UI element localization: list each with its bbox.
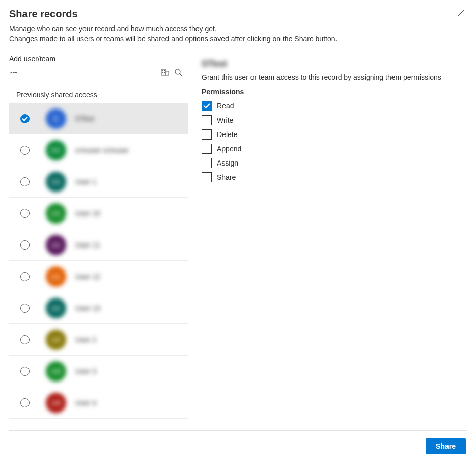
list-item-name: User 13 [75, 304, 100, 312]
avatar: CC [46, 140, 66, 160]
radio-icon[interactable] [20, 272, 30, 281]
list-item-name: User 3 [75, 367, 96, 375]
avatar: C [46, 108, 66, 129]
avatar: U2 [46, 330, 66, 350]
shared-access-list[interactable]: COTestCCcrmuser crmuserU1User 1U1User 10… [9, 103, 191, 430]
permissions-instruction: Grant this user or team access to this r… [202, 73, 463, 81]
left-column: Add user/team --- Previously shared acce… [9, 50, 191, 430]
radio-icon[interactable] [20, 304, 30, 313]
checkbox-append[interactable] [202, 144, 212, 154]
permission-label: Delete [217, 130, 237, 139]
list-item[interactable]: U1User 13 [9, 292, 188, 324]
checkbox-write[interactable] [202, 115, 212, 125]
permission-label: Append [217, 145, 241, 153]
search-icon[interactable] [174, 68, 183, 77]
svg-rect-3 [164, 70, 165, 71]
permission-label: Write [217, 116, 233, 124]
permission-row-read: Read [202, 101, 463, 111]
svg-rect-1 [166, 71, 169, 75]
list-item[interactable]: U1User 11 [9, 229, 188, 261]
list-item-name: User 2 [75, 336, 96, 344]
permissions-label: Permissions [202, 88, 463, 96]
radio-icon[interactable] [20, 367, 30, 376]
radio-icon[interactable] [20, 209, 30, 218]
radio-icon[interactable] [20, 335, 30, 344]
list-item[interactable]: COTest [9, 103, 188, 134]
avatar: U4 [46, 393, 66, 413]
right-column: OTest Grant this user or team access to … [191, 50, 467, 430]
avatar: U1 [46, 203, 66, 224]
share-records-dialog: Share records Manage who can see your re… [0, 0, 476, 463]
list-item-name: User 11 [75, 241, 100, 249]
permission-label: Assign [217, 159, 238, 167]
list-item-name: User 1 [75, 178, 96, 186]
checkbox-assign[interactable] [202, 158, 212, 168]
close-button[interactable] [456, 7, 467, 20]
svg-point-6 [175, 69, 180, 74]
permission-row-share: Share [202, 172, 463, 182]
permission-row-delete: Delete [202, 129, 463, 140]
radio-icon[interactable] [20, 240, 30, 250]
svg-rect-2 [162, 70, 163, 71]
svg-rect-5 [164, 72, 165, 73]
list-item-name: User 12 [75, 273, 100, 281]
permission-row-write: Write [202, 115, 463, 125]
svg-rect-4 [162, 72, 163, 73]
radio-icon[interactable] [20, 177, 30, 186]
description-line-1: Manage who can see your record and how m… [9, 24, 467, 34]
checkbox-read[interactable] [202, 101, 212, 111]
list-item[interactable]: U1User 10 [9, 198, 188, 229]
selected-user-name: OTest [202, 59, 227, 69]
svg-line-7 [180, 74, 182, 76]
permission-row-assign: Assign [202, 158, 463, 168]
avatar: U1 [46, 266, 66, 287]
description-line-2: Changes made to all users or teams will … [9, 34, 467, 44]
radio-icon[interactable] [20, 398, 30, 407]
list-item-name: User 4 [75, 399, 96, 407]
add-user-team-input[interactable]: --- [10, 68, 156, 76]
dialog-footer: Share [9, 430, 467, 461]
dialog-description: Manage who can see your record and how m… [9, 24, 467, 44]
avatar: U1 [46, 172, 66, 192]
list-item[interactable]: CCcrmuser crmuser [9, 134, 188, 166]
checkbox-share[interactable] [202, 172, 212, 182]
permission-label: Read [217, 102, 234, 110]
permissions-list: ReadWriteDeleteAppendAssignShare [202, 101, 463, 182]
list-item[interactable]: U3User 3 [9, 356, 188, 387]
avatar: U3 [46, 361, 66, 382]
svg-rect-0 [161, 69, 166, 75]
list-item[interactable]: U1User 12 [9, 261, 188, 292]
add-user-team-input-row: --- [9, 66, 184, 80]
permission-label: Share [217, 173, 236, 181]
avatar: U1 [46, 235, 66, 255]
list-item[interactable]: U2User 2 [9, 324, 188, 356]
main-columns: Add user/team --- Previously shared acce… [9, 50, 467, 430]
list-item[interactable]: U1User 1 [9, 166, 188, 198]
dialog-title: Share records [9, 8, 78, 20]
radio-icon[interactable] [20, 146, 30, 155]
avatar: U1 [46, 298, 66, 318]
share-button[interactable]: Share [426, 438, 466, 454]
checkbox-delete[interactable] [202, 129, 212, 140]
list-item-name: OTest [75, 115, 94, 123]
check-circle-icon[interactable] [20, 114, 30, 123]
list-item-name: User 10 [75, 209, 100, 217]
list-item-name: crmuser crmuser [75, 146, 129, 154]
add-user-team-label: Add user/team [9, 55, 191, 63]
permission-row-append: Append [202, 144, 463, 154]
list-item[interactable]: U4User 4 [9, 387, 188, 419]
close-icon [458, 9, 465, 16]
previously-shared-label: Previously shared access [16, 91, 191, 99]
dialog-header: Share records [9, 5, 467, 24]
building-icon[interactable] [160, 68, 170, 77]
